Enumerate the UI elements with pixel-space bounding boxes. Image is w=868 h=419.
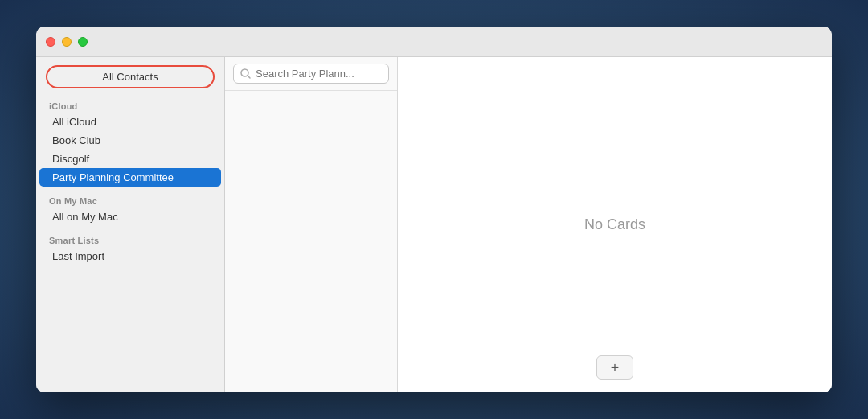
smart-lists-section-label: Smart Lists xyxy=(36,229,224,247)
smart-lists-section: Smart Lists Last Import xyxy=(36,229,224,269)
on-my-mac-section: On My Mac All on My Mac xyxy=(36,190,224,229)
icloud-section: iCloud All iCloud Book Club Discgolf Par… xyxy=(36,95,224,190)
traffic-lights xyxy=(46,37,88,47)
sidebar-item-last-import[interactable]: Last Import xyxy=(39,247,221,265)
middle-column xyxy=(225,57,398,392)
search-bar xyxy=(225,57,397,91)
sidebar-item-all-on-my-mac[interactable]: All on My Mac xyxy=(39,207,221,226)
detail-panel: No Cards + xyxy=(398,57,832,392)
title-bar xyxy=(36,27,832,57)
search-icon xyxy=(240,68,251,79)
sidebar: All Contacts iCloud All iCloud Book Club… xyxy=(36,57,225,392)
svg-line-1 xyxy=(248,76,250,78)
contacts-list xyxy=(225,91,397,392)
maximize-button[interactable] xyxy=(78,37,88,47)
search-input[interactable] xyxy=(256,68,382,80)
no-cards-label: No Cards xyxy=(584,216,645,233)
add-contact-button[interactable]: + xyxy=(596,355,633,380)
all-contacts-button[interactable]: All Contacts xyxy=(46,65,215,88)
sidebar-item-party-planning[interactable]: Party Planning Committee xyxy=(39,168,221,187)
contacts-window: All Contacts iCloud All iCloud Book Club… xyxy=(36,27,832,392)
sidebar-item-all-icloud[interactable]: All iCloud xyxy=(39,113,221,131)
close-button[interactable] xyxy=(46,37,55,47)
main-content: All Contacts iCloud All iCloud Book Club… xyxy=(36,57,832,392)
icloud-section-label: iCloud xyxy=(36,95,224,113)
sidebar-header: All Contacts xyxy=(36,57,224,95)
minimize-button[interactable] xyxy=(62,37,72,47)
sidebar-item-discgolf[interactable]: Discgolf xyxy=(39,150,221,168)
sidebar-item-book-club[interactable]: Book Club xyxy=(39,131,221,150)
search-input-wrap xyxy=(233,64,389,84)
on-my-mac-section-label: On My Mac xyxy=(36,190,224,207)
